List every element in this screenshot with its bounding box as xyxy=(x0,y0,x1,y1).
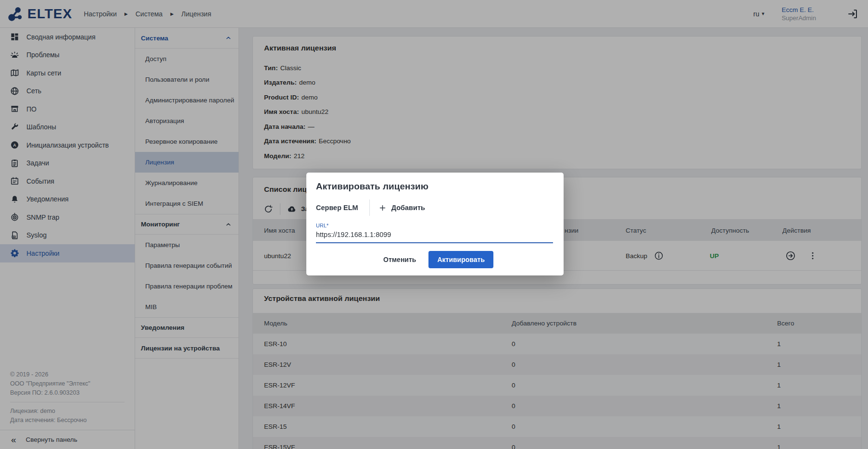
modal-title: Активировать лицензию xyxy=(316,181,553,192)
url-field-label: URL* xyxy=(316,223,553,228)
add-server-label: Добавить xyxy=(391,204,425,212)
modal-tabs: Сервер ELM Добавить xyxy=(316,200,553,216)
plus-icon xyxy=(379,204,386,212)
activate-button[interactable]: Активировать xyxy=(428,251,493,268)
url-input[interactable]: https://192.168.1.1:8099 xyxy=(316,231,553,243)
add-server-button[interactable]: Добавить xyxy=(379,204,425,212)
activate-license-modal: Активировать лицензию Сервер ELM Добавит… xyxy=(306,173,564,275)
divider xyxy=(369,200,370,216)
cancel-button[interactable]: Отменить xyxy=(376,252,424,267)
modal-actions: Отменить Активировать xyxy=(316,251,553,268)
tab-elm-server[interactable]: Сервер ELM xyxy=(316,204,358,212)
